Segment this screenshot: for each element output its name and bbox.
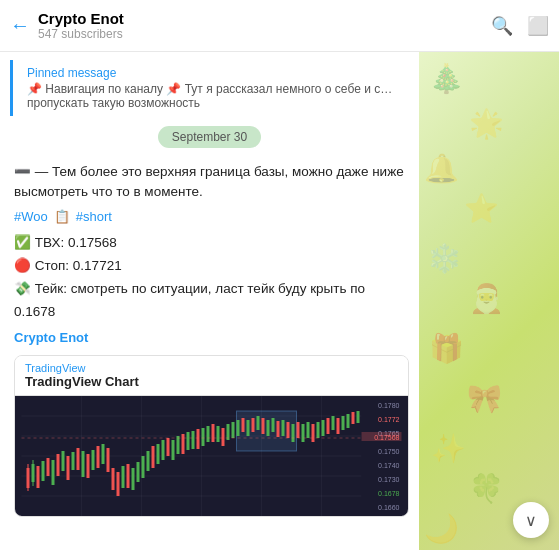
svg-rect-20 — [62, 451, 65, 471]
svg-rect-17 — [47, 458, 50, 476]
svg-rect-82 — [362, 396, 402, 516]
svg-rect-38 — [152, 446, 155, 468]
svg-rect-47 — [197, 429, 200, 449]
sender-name[interactable]: Crypto Enot — [0, 326, 419, 349]
svg-rect-43 — [177, 436, 180, 454]
trade-row-3: 💸 Тейк: смотреть по ситуации, ласт тейк … — [14, 278, 405, 324]
svg-rect-40 — [162, 440, 165, 460]
svg-rect-52 — [222, 428, 225, 446]
svg-rect-21 — [67, 456, 70, 480]
more-icon[interactable]: ⬜ — [527, 15, 549, 37]
svg-rect-18 — [52, 460, 55, 485]
svg-rect-73 — [322, 420, 325, 436]
channel-info: Crypto Enot 547 subscribers — [38, 10, 491, 41]
svg-rect-25 — [87, 454, 90, 478]
svg-rect-54 — [232, 422, 235, 438]
svg-rect-24 — [82, 451, 85, 477]
chart-image[interactable]: 0.1780 0.1772 0.1765 0.17568 0.1750 0.17… — [15, 396, 408, 516]
tag-short[interactable]: #short — [76, 209, 112, 224]
deco-icon-2: 🌟 — [469, 107, 504, 140]
svg-rect-51 — [217, 426, 220, 442]
deco-icon-10: 🍀 — [469, 472, 504, 505]
svg-text:0.1730: 0.1730 — [378, 476, 400, 483]
svg-rect-44 — [182, 434, 185, 454]
svg-rect-31 — [117, 472, 120, 496]
svg-rect-77 — [342, 416, 345, 430]
date-badge: September 30 — [158, 126, 261, 148]
svg-rect-19 — [57, 454, 60, 476]
svg-rect-50 — [212, 424, 215, 442]
svg-rect-70 — [307, 422, 310, 438]
svg-text:0.1780: 0.1780 — [378, 402, 400, 409]
svg-rect-29 — [107, 448, 110, 472]
subscriber-count: 547 subscribers — [38, 27, 491, 41]
svg-rect-79 — [352, 412, 355, 424]
search-icon[interactable]: 🔍 — [491, 15, 513, 37]
pinned-label: Pinned message — [27, 66, 395, 80]
svg-rect-33 — [127, 464, 130, 488]
message-1: ➖ — Тем более это верхняя граница базы, … — [0, 158, 419, 205]
svg-rect-57 — [242, 418, 245, 432]
svg-text:0.1740: 0.1740 — [378, 462, 400, 469]
svg-rect-37 — [147, 451, 150, 471]
svg-rect-34 — [132, 468, 135, 490]
svg-rect-72 — [317, 422, 320, 438]
svg-rect-68 — [297, 422, 300, 438]
pinned-message[interactable]: Pinned message 📌 Навигация по каналу 📌 Т… — [10, 60, 409, 116]
deco-icon-5: ❄️ — [427, 242, 462, 275]
svg-rect-78 — [347, 414, 350, 428]
channel-title: Crypto Enot — [38, 10, 491, 27]
svg-rect-59 — [252, 418, 255, 432]
pinned-subtext: пропускать такую возможность — [27, 96, 395, 110]
deco-icon-4: ⭐ — [464, 192, 499, 225]
svg-rect-56 — [237, 420, 240, 436]
svg-rect-71 — [312, 424, 315, 442]
svg-rect-23 — [77, 448, 80, 470]
svg-text:0.17568: 0.17568 — [374, 434, 399, 441]
svg-rect-16 — [42, 461, 45, 481]
pinned-text: 📌 Навигация по каналу 📌 Тут я рассказал … — [27, 82, 395, 96]
svg-rect-61 — [262, 418, 265, 434]
svg-rect-75 — [332, 416, 335, 430]
svg-rect-35 — [137, 462, 140, 482]
message-1-content: — Тем более это верхняя граница базы, мо… — [14, 164, 404, 199]
svg-rect-66 — [287, 422, 290, 438]
svg-text:0.1678: 0.1678 — [378, 490, 400, 497]
svg-rect-60 — [257, 416, 260, 430]
scroll-down-button[interactable]: ∨ — [513, 502, 549, 538]
pinned-description: Тут я рассказал немного о себе и своей т… — [185, 82, 395, 96]
svg-rect-32 — [122, 466, 125, 488]
deco-icon-6: 🎅 — [469, 282, 504, 315]
card-source: TradingView — [25, 362, 398, 374]
svg-rect-27 — [97, 446, 100, 468]
svg-rect-65 — [282, 420, 285, 436]
trade-info: ✅ ТВХ: 0.17568 🔴 Стоп: 0.17721 💸 Тейк: с… — [0, 230, 419, 326]
dash-icon: ➖ — [14, 164, 35, 179]
svg-text:0.1772: 0.1772 — [378, 416, 400, 423]
deco-icon-11: 🌙 — [424, 512, 459, 545]
svg-rect-48 — [202, 428, 205, 446]
trade-row-2: 🔴 Стоп: 0.17721 — [14, 255, 405, 278]
tag-woo[interactable]: #Woo — [14, 209, 48, 224]
svg-rect-63 — [272, 418, 275, 432]
back-button[interactable]: ← — [10, 14, 30, 37]
tradingview-card[interactable]: TradingView TradingView Chart — [14, 355, 409, 517]
scroll-down-icon: ∨ — [525, 511, 537, 530]
svg-rect-45 — [187, 432, 190, 450]
deco-icon-9: ✨ — [431, 432, 466, 465]
svg-rect-53 — [227, 424, 230, 440]
decorative-panel: 🎄 🌟 🔔 ⭐ ❄️ 🎅 🎁 🎀 ✨ 🍀 🌙 ∨ — [419, 52, 559, 550]
date-separator: September 30 — [0, 126, 419, 148]
message-1-text: ➖ — Тем более это верхняя граница базы, … — [14, 162, 409, 201]
svg-rect-69 — [302, 424, 305, 442]
svg-rect-22 — [72, 452, 75, 470]
svg-rect-36 — [142, 456, 145, 478]
svg-rect-80 — [357, 411, 360, 423]
deco-icon-8: 🎀 — [467, 382, 502, 415]
tag-clipboard-icon: 📋 — [54, 209, 70, 224]
svg-rect-58 — [247, 420, 250, 436]
svg-rect-28 — [102, 444, 105, 464]
chat-area[interactable]: Pinned message 📌 Навигация по каналу 📌 Т… — [0, 52, 419, 550]
pinned-navigation: Навигация по каналу — [45, 82, 166, 96]
svg-rect-46 — [192, 431, 195, 449]
